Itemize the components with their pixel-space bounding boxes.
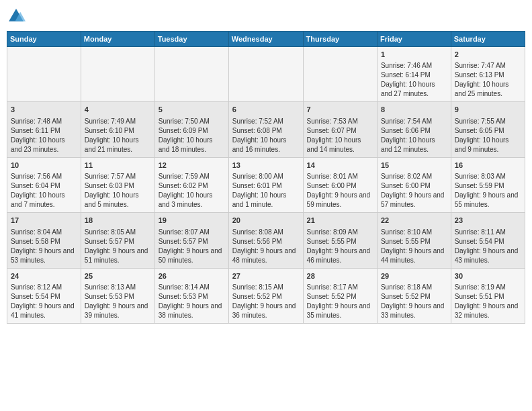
weekday-header-sunday: Sunday: [7, 32, 81, 47]
day-number: 10: [11, 161, 77, 171]
day-info-line: Sunset: 5:55 PM: [381, 237, 447, 246]
day-info-line: Sunrise: 8:05 AM: [85, 228, 151, 237]
day-info-line: Sunrise: 7:53 AM: [307, 117, 373, 126]
day-number: 20: [232, 216, 300, 226]
day-info-line: Sunrise: 8:10 AM: [381, 228, 447, 237]
day-info-line: Sunrise: 8:17 AM: [307, 283, 373, 292]
day-info-line: Sunrise: 7:54 AM: [381, 117, 447, 126]
calendar-cell: 21Sunrise: 8:09 AMSunset: 5:55 PMDayligh…: [303, 213, 377, 268]
day-info-line: Sunset: 5:58 PM: [11, 237, 77, 246]
day-info-line: Sunset: 5:52 PM: [307, 292, 373, 302]
day-number: 17: [11, 216, 77, 226]
calendar-week-row: 17Sunrise: 8:04 AMSunset: 5:58 PMDayligh…: [7, 213, 525, 268]
weekday-header-monday: Monday: [81, 32, 154, 47]
calendar-cell: 18Sunrise: 8:05 AMSunset: 5:57 PMDayligh…: [81, 213, 154, 268]
calendar-week-row: 3Sunrise: 7:48 AMSunset: 6:11 PMDaylight…: [7, 102, 525, 157]
calendar-cell: 14Sunrise: 8:01 AMSunset: 6:00 PMDayligh…: [303, 157, 377, 212]
calendar-cell: [81, 47, 154, 102]
day-info-line: Sunrise: 7:50 AM: [159, 117, 225, 126]
calendar-cell: [228, 47, 303, 102]
calendar-cell: 24Sunrise: 8:12 AMSunset: 5:54 PMDayligh…: [7, 268, 81, 323]
calendar-cell: 20Sunrise: 8:08 AMSunset: 5:56 PMDayligh…: [228, 213, 303, 268]
calendar-cell: 4Sunrise: 7:49 AMSunset: 6:10 PMDaylight…: [81, 102, 154, 157]
day-info-line: Sunrise: 8:01 AM: [307, 172, 373, 181]
day-info-line: Daylight: 10 hours and 27 minutes.: [381, 80, 447, 99]
day-info-line: Daylight: 10 hours and 12 minutes.: [381, 136, 447, 154]
day-info-line: Sunset: 6:00 PM: [307, 181, 373, 191]
calendar-cell: [7, 47, 81, 102]
day-info-line: Sunrise: 7:56 AM: [11, 172, 77, 181]
day-info-line: Sunrise: 8:03 AM: [455, 172, 521, 181]
weekday-header-tuesday: Tuesday: [154, 32, 228, 47]
day-info-line: Sunset: 5:52 PM: [232, 292, 300, 302]
day-info-line: Sunrise: 8:11 AM: [455, 228, 521, 237]
calendar-week-row: 10Sunrise: 7:56 AMSunset: 6:04 PMDayligh…: [7, 157, 525, 212]
calendar-cell: 2Sunrise: 7:47 AMSunset: 6:13 PMDaylight…: [451, 47, 525, 102]
day-info-line: Daylight: 9 hours and 48 minutes.: [232, 246, 300, 265]
day-info-line: Sunrise: 8:15 AM: [232, 283, 300, 292]
day-number: 1: [381, 50, 447, 60]
calendar-cell: 26Sunrise: 8:14 AMSunset: 5:53 PMDayligh…: [154, 268, 228, 323]
day-number: 15: [381, 161, 447, 171]
weekday-header-thursday: Thursday: [303, 32, 377, 47]
calendar-cell: 13Sunrise: 8:00 AMSunset: 6:01 PMDayligh…: [228, 157, 303, 212]
calendar-cell: 25Sunrise: 8:13 AMSunset: 5:53 PMDayligh…: [81, 268, 154, 323]
calendar-cell: 15Sunrise: 8:02 AMSunset: 6:00 PMDayligh…: [377, 157, 451, 212]
calendar-cell: 11Sunrise: 7:57 AMSunset: 6:03 PMDayligh…: [81, 157, 154, 212]
day-info-line: Daylight: 9 hours and 35 minutes.: [307, 302, 373, 320]
day-number: 13: [232, 161, 300, 171]
day-info-line: Sunset: 5:53 PM: [159, 292, 225, 302]
logo: [7, 7, 28, 26]
day-number: 23: [455, 216, 521, 226]
day-info-line: Daylight: 10 hours and 5 minutes.: [85, 191, 151, 210]
day-number: 4: [85, 105, 151, 115]
day-info-line: Sunrise: 8:08 AM: [232, 228, 300, 237]
calendar-cell: 7Sunrise: 7:53 AMSunset: 6:07 PMDaylight…: [303, 102, 377, 157]
day-info-line: Daylight: 9 hours and 51 minutes.: [85, 246, 151, 265]
day-info-line: Sunset: 5:57 PM: [159, 237, 225, 246]
day-info-line: Sunset: 6:03 PM: [85, 181, 151, 191]
calendar-cell: [303, 47, 377, 102]
day-info-line: Sunrise: 8:14 AM: [159, 283, 225, 292]
day-info-line: Sunrise: 8:13 AM: [85, 283, 151, 292]
calendar-cell: 8Sunrise: 7:54 AMSunset: 6:06 PMDaylight…: [377, 102, 451, 157]
day-number: 18: [85, 216, 151, 226]
day-number: 12: [159, 161, 225, 171]
day-info-line: Daylight: 9 hours and 55 minutes.: [455, 191, 521, 210]
day-info-line: Sunrise: 7:57 AM: [85, 172, 151, 181]
day-number: 19: [159, 216, 225, 226]
day-number: 29: [381, 271, 447, 281]
day-info-line: Daylight: 10 hours and 1 minute.: [232, 191, 300, 210]
day-number: 24: [11, 271, 77, 281]
day-info-line: Daylight: 10 hours and 3 minutes.: [159, 191, 225, 210]
day-number: 26: [159, 271, 225, 281]
day-info-line: Daylight: 10 hours and 25 minutes.: [455, 80, 521, 99]
day-info-line: Sunrise: 7:59 AM: [159, 172, 225, 181]
day-info-line: Daylight: 9 hours and 38 minutes.: [159, 302, 225, 320]
day-number: 7: [307, 105, 373, 115]
day-info-line: Daylight: 9 hours and 53 minutes.: [11, 246, 77, 265]
calendar-cell: 5Sunrise: 7:50 AMSunset: 6:09 PMDaylight…: [154, 102, 228, 157]
day-info-line: Sunset: 6:00 PM: [381, 181, 447, 191]
calendar-cell: 3Sunrise: 7:48 AMSunset: 6:11 PMDaylight…: [7, 102, 81, 157]
day-info-line: Sunset: 6:01 PM: [232, 181, 300, 191]
day-info-line: Sunrise: 7:47 AM: [455, 61, 521, 71]
calendar-cell: 16Sunrise: 8:03 AMSunset: 5:59 PMDayligh…: [451, 157, 525, 212]
calendar-cell: 19Sunrise: 8:07 AMSunset: 5:57 PMDayligh…: [154, 213, 228, 268]
day-info-line: Sunset: 5:54 PM: [455, 237, 521, 246]
day-number: 3: [11, 105, 77, 115]
day-info-line: Sunrise: 7:55 AM: [455, 117, 521, 126]
day-info-line: Sunset: 5:52 PM: [381, 292, 447, 302]
day-info-line: Sunset: 5:53 PM: [85, 292, 151, 302]
day-number: 8: [381, 105, 447, 115]
day-info-line: Sunrise: 7:46 AM: [381, 61, 447, 71]
day-info-line: Sunset: 6:09 PM: [159, 126, 225, 136]
day-number: 5: [159, 105, 225, 115]
day-info-line: Daylight: 9 hours and 33 minutes.: [381, 302, 447, 320]
calendar-cell: 6Sunrise: 7:52 AMSunset: 6:08 PMDaylight…: [228, 102, 303, 157]
day-info-line: Daylight: 9 hours and 39 minutes.: [85, 302, 151, 320]
logo-icon: [7, 7, 26, 26]
calendar-cell: 1Sunrise: 7:46 AMSunset: 6:14 PMDaylight…: [377, 47, 451, 102]
day-info-line: Daylight: 9 hours and 59 minutes.: [307, 191, 373, 210]
day-info-line: Sunset: 5:51 PM: [455, 292, 521, 302]
